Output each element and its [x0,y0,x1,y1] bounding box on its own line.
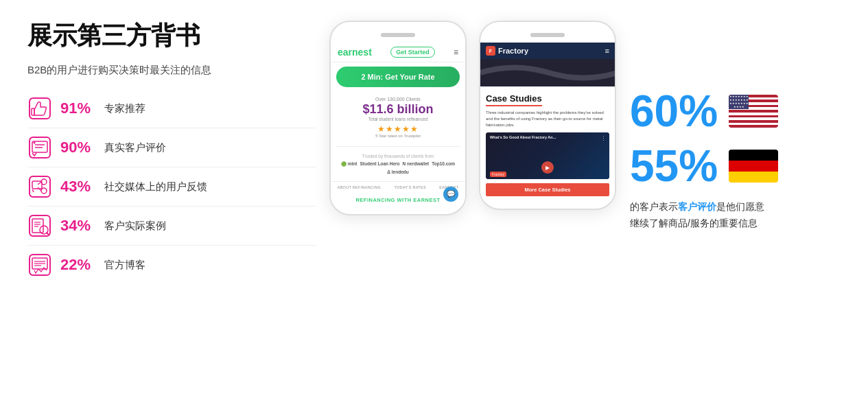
earnest-clients-label: Over 130,000 Clients [335,97,461,102]
us-flag: ★★★★★ ★★★★★ ★★★★★ ★★★★★ ★★★★★ [729,95,778,128]
us-percent: 60% [630,89,718,133]
bottom-description: 的客户表示客户评价是他们愿意继续了解商品/服务的重要信息 [630,199,764,232]
earnest-about-link[interactable]: ABOUT REFINANCING [338,185,381,189]
earnest-screen: earnest Get Started ≡ 2 Min: Get Your Ra… [331,43,465,207]
fractory-nav: F Fractory ≡ [480,43,615,59]
earnest-partner-logos: 🟢 mint Student Loan Hero N nerdwallet To… [335,161,461,174]
svg-line-16 [47,233,49,235]
list-item: 22% 官方博客 [27,246,316,284]
stat-row-us: 60% ★★★★★ [630,89,778,133]
left-panel: 展示第三方背书 B2B的用户进行购买决策时最关注的信息 91% 专家推荐 [27,21,316,284]
fractory-video-menu[interactable]: ⋮ [600,135,607,142]
fractory-video-label: Fractory [490,172,506,176]
earnest-stars-label: 5 Star rated on Trustpilot [335,134,461,138]
stat-label-3: 社交媒体上的用户反馈 [104,180,207,194]
fractory-logo-text: Fractory [498,47,528,55]
stat-label-5: 官方博客 [104,259,145,272]
list-item: 43% 社交媒体上的用户反馈 [27,167,316,207]
de-percent: 55% [630,144,718,188]
earnest-nav: earnest Get Started ≡ [331,43,465,62]
social-icon [27,174,52,199]
svg-point-6 [34,142,36,144]
fractory-banner-overlay [480,59,615,86]
earnest-amount: $11.6 billion [335,103,461,117]
earnest-logo-nerdwallet: N nerdwallet [403,161,430,167]
fractory-screen: F Fractory ≡ Case Studies Three industri… [480,43,615,202]
list-item: 90% 真实客户评价 [27,128,316,167]
fractory-case-studies-title: Case Studies [486,93,542,106]
earnest-stat-block: Over 130,000 Clients $11.6 billion Total… [331,91,465,145]
stat-percent-1: 91% [60,100,96,117]
stat-list: 91% 专家推荐 90% 真实客户评价 [27,89,316,284]
earnest-logo-top10: Top10.com [432,161,455,167]
earnest-stars: ★★★★★ [335,124,461,134]
stat-percent-5: 22% [60,256,96,274]
svg-rect-1 [32,108,34,115]
earnest-phone: earnest Get Started ≡ 2 Min: Get Your Ra… [329,21,467,215]
review-icon [27,135,52,160]
fractory-more-case-studies-button[interactable]: More Case Studies [486,183,609,196]
earnest-logo-studentloanhero: Student Loan Hero [360,161,399,167]
hamburger-icon: ≡ [454,47,458,57]
blog-icon [27,253,52,277]
right-panel: 60% ★★★★★ [630,21,841,232]
list-item: 91% 专家推荐 [27,89,316,128]
de-flag [729,150,778,183]
list-item: 34% 客户实际案例 [27,207,316,246]
fractory-play-button[interactable]: ▶ [541,161,554,174]
fractory-desc: Three industrial companies highlight the… [486,110,609,128]
earnest-trusted-block: Trusted by thousands of clients from 🟢 m… [331,148,465,181]
fractory-logo: F Fractory [486,46,528,56]
svg-line-10 [38,182,41,185]
fractory-content: Case Studies Three industrial companies … [480,86,615,202]
stat-label-4: 客户实际案例 [104,220,166,233]
phones-panel: earnest Get Started ≡ 2 Min: Get Your Ra… [329,21,616,215]
case-icon [27,213,52,238]
fractory-video-title: What's So Good About Fractory An... [490,135,597,141]
stat-percent-2: 90% [60,139,96,156]
svg-rect-14 [32,219,43,233]
bottom-text-prefix: 的客户表示 [630,201,678,212]
thumb-up-icon [27,96,52,121]
fractory-phone: F Fractory ≡ Case Studies Three industri… [479,21,616,210]
fractory-video[interactable]: What's So Good About Fractory An... ▶ ⋮ … [486,132,609,179]
stat-row-de: 55% [630,144,778,188]
earnest-amount-label: Total student loans refinanced [335,117,461,121]
bottom-text-highlight: 客户评价 [678,201,716,212]
stat-percent-3: 43% [60,178,96,196]
stat-label-2: 真实客户评价 [104,141,166,154]
subtitle: B2B的用户进行购买决策时最关注的信息 [27,64,316,77]
page-title: 展示第三方背书 [27,21,316,50]
fractory-logo-icon: F [486,46,495,56]
earnest-logo: earnest [338,47,372,58]
earnest-get-started-button[interactable]: Get Started [390,47,435,58]
earnest-rates-link[interactable]: TODAY'S RATES [394,185,426,189]
fractory-brand-label: Fractory [490,172,506,177]
earnest-cta-button[interactable]: 2 Min: Get Your Rate [336,67,460,87]
earnest-chat-button[interactable]: 💬 [443,187,458,202]
stat-label-1: 专家推荐 [104,102,145,115]
stat-percent-4: 34% [60,217,96,235]
earnest-logo-lendedu: Δ lendedu [387,169,408,174]
earnest-trusted-label: Trusted by thousands of clients from [335,154,461,159]
svg-point-11 [41,188,47,194]
earnest-logo-mint: 🟢 mint [341,161,357,167]
fractory-hamburger-icon[interactable]: ≡ [605,47,609,55]
fractory-banner [480,59,615,86]
